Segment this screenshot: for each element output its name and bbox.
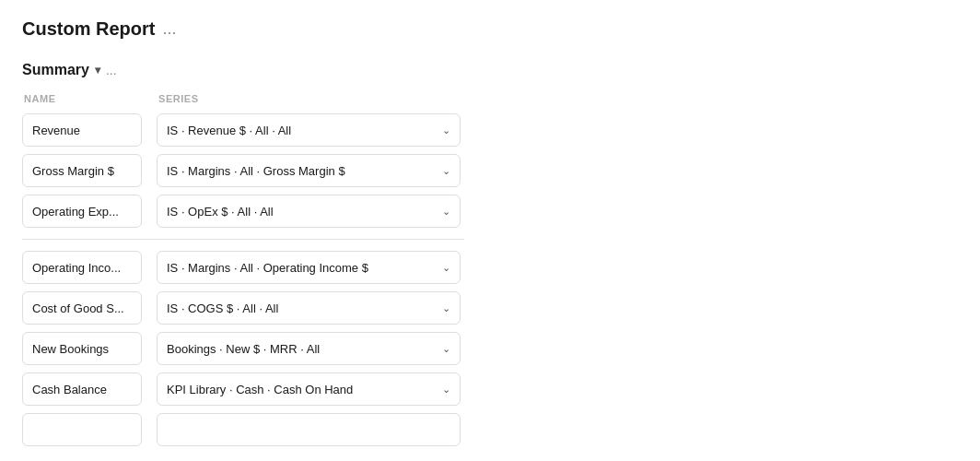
section-ellipsis[interactable]: ... [106,63,117,77]
name-box[interactable]: Revenue [22,113,142,147]
series-box[interactable]: IS · COGS $ · All · All⌄ [157,291,461,325]
table-row: Operating Inco...IS · Margins · All · Op… [22,251,958,284]
table-row: Cash BalanceKPI Library · Cash · Cash On… [22,372,958,406]
section-header: Summary ▾ ... [22,62,958,78]
chevron-down-icon: ⌄ [442,384,450,396]
series-box[interactable]: KPI Library · Cash · Cash On Hand⌄ [157,372,461,406]
rows-group-1: RevenueIS · Revenue $ · All · All⌄Gross … [22,113,958,228]
table-row: Operating Exp...IS · OpEx $ · All · All⌄ [22,195,958,228]
empty-name-box[interactable] [22,413,142,446]
chevron-down-icon: ⌄ [442,302,450,314]
chevron-down-icon: ⌄ [442,343,450,355]
empty-series-box[interactable] [157,413,461,446]
divider [22,239,464,240]
series-text: IS · Margins · All · Gross Margin $ [167,164,435,178]
series-text: IS · COGS $ · All · All [167,301,435,315]
series-box[interactable]: IS · Margins · All · Gross Margin $⌄ [157,154,461,187]
series-text: IS · Margins · All · Operating Income $ [167,261,435,275]
series-text: IS · Revenue $ · All · All [167,124,435,137]
section-chevron[interactable]: ▾ [95,64,100,77]
series-box[interactable]: IS · Revenue $ · All · All⌄ [157,113,461,147]
table-row: Cost of Good S...IS · COGS $ · All · All… [22,291,958,325]
page-title: Custom Report ... [22,18,958,40]
page-title-ellipsis[interactable]: ... [162,19,176,39]
chevron-down-icon: ⌄ [442,124,450,136]
chevron-down-icon: ⌄ [442,262,450,274]
table-row: New BookingsBookings · New $ · MRR · All… [22,332,958,365]
table-row: Gross Margin $IS · Margins · All · Gross… [22,154,958,187]
series-text: KPI Library · Cash · Cash On Hand [167,383,435,396]
series-text: Bookings · New $ · MRR · All [167,342,435,356]
empty-row [22,413,958,446]
name-box[interactable]: Operating Exp... [22,195,142,228]
series-text: IS · OpEx $ · All · All [167,205,435,219]
name-box[interactable]: Cost of Good S... [22,291,142,325]
series-box[interactable]: IS · OpEx $ · All · All⌄ [157,195,461,228]
section-label: Summary [22,62,89,78]
chevron-down-icon: ⌄ [442,165,450,177]
name-box[interactable]: Operating Inco... [22,251,142,284]
page-title-text: Custom Report [22,18,155,40]
table-row: RevenueIS · Revenue $ · All · All⌄ [22,113,958,147]
series-box[interactable]: IS · Margins · All · Operating Income $⌄ [157,251,461,284]
name-box[interactable]: Gross Margin $ [22,154,142,187]
column-headers: NAME SERIES [22,93,958,104]
rows-group-2: Operating Inco...IS · Margins · All · Op… [22,251,958,406]
series-box[interactable]: Bookings · New $ · MRR · All⌄ [157,332,461,365]
name-column-header: NAME [24,93,144,104]
name-box[interactable]: New Bookings [22,332,142,365]
series-column-header: SERIES [158,93,199,104]
chevron-down-icon: ⌄ [442,206,450,218]
name-box[interactable]: Cash Balance [22,372,142,406]
